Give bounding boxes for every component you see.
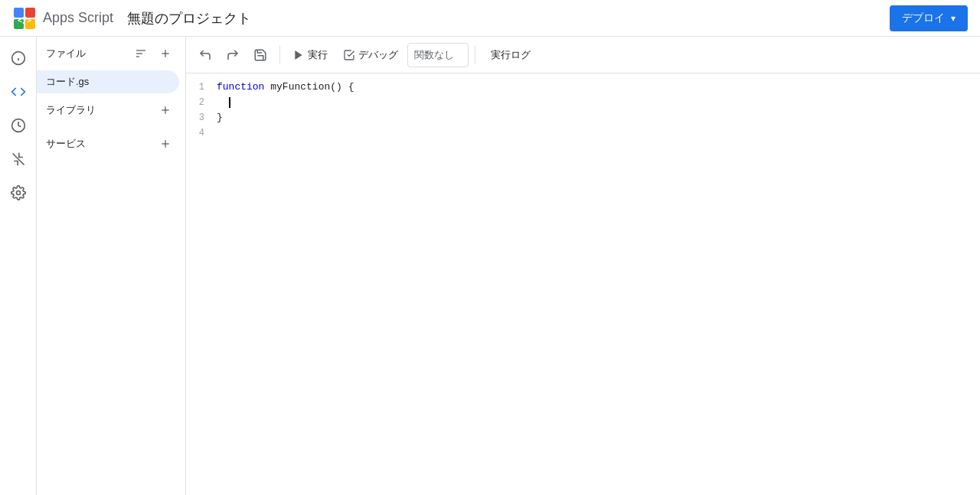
- line-number-2: 2: [186, 95, 217, 110]
- info-icon[interactable]: [3, 43, 34, 73]
- code-line-4: 4: [186, 125, 980, 141]
- function-label: 関数なし: [414, 48, 454, 62]
- code-editor[interactable]: 1 function myFunction() { 2 3 } 4: [186, 73, 980, 495]
- toolbar-separator-1: [279, 46, 280, 64]
- redo-button[interactable]: [220, 44, 246, 67]
- text-cursor: [229, 97, 230, 108]
- sidebar-files-header: ファイル: [37, 37, 185, 70]
- line-number-4: 4: [186, 125, 217, 141]
- debug-label: デバッグ: [358, 48, 398, 62]
- toolbar: 実行 デバッグ 関数なし 実行ログ: [186, 37, 980, 73]
- svg-text:</>: </>: [18, 16, 31, 24]
- exec-log-button[interactable]: 実行ログ: [482, 44, 540, 67]
- files-section-label: ファイル: [46, 47, 86, 60]
- debug-button[interactable]: デバッグ: [337, 44, 404, 67]
- code-line-1: 1 function myFunction() {: [186, 80, 980, 95]
- main-layout: ファイル コード.gs ライブラリ サービス: [0, 37, 980, 495]
- line-content-1: function myFunction() {: [217, 80, 980, 95]
- clock-icon[interactable]: [3, 110, 34, 141]
- line-content-2: [217, 95, 980, 110]
- run-button[interactable]: 実行: [286, 44, 334, 67]
- sidebar: ファイル コード.gs ライブラリ サービス: [37, 37, 186, 495]
- trigger-icon[interactable]: [3, 144, 34, 174]
- function-selector[interactable]: 関数なし: [407, 43, 469, 67]
- deploy-chevron-icon: ▾: [951, 13, 956, 24]
- header-left: </> Apps Script 無題のプロジェクト: [12, 6, 251, 31]
- svg-point-10: [16, 191, 20, 195]
- code-line-3: 3 }: [186, 110, 980, 125]
- sidebar-services-header: サービス: [37, 127, 185, 161]
- sidebar-libraries-header: ライブラリ: [37, 93, 185, 127]
- undo-button[interactable]: [192, 44, 218, 67]
- code-line-2: 2: [186, 95, 980, 110]
- app-name: Apps Script: [43, 10, 113, 26]
- run-label: 実行: [308, 48, 328, 62]
- logo-icon: </>: [12, 6, 37, 31]
- file-item-code[interactable]: コード.gs: [37, 70, 179, 93]
- content-area: 実行 デバッグ 関数なし 実行ログ 1 function myFunction(…: [186, 37, 980, 495]
- services-section-label: サービス: [46, 137, 86, 151]
- code-icon[interactable]: [3, 77, 34, 107]
- undo-redo-section: [192, 44, 273, 67]
- deploy-button[interactable]: デプロイ ▾: [890, 5, 968, 31]
- save-button[interactable]: [247, 44, 273, 67]
- settings-icon[interactable]: [3, 177, 34, 208]
- icon-rail: [0, 37, 37, 495]
- apps-script-logo: </> Apps Script: [12, 6, 113, 31]
- file-name: コード.gs: [46, 75, 89, 89]
- add-library-button[interactable]: [155, 99, 176, 121]
- libraries-section-label: ライブラリ: [46, 103, 96, 117]
- line-number-3: 3: [186, 110, 217, 125]
- header: </> Apps Script 無題のプロジェクト デプロイ ▾: [0, 0, 980, 37]
- sort-files-button[interactable]: [130, 43, 152, 64]
- project-name: 無題のプロジェクト: [127, 9, 251, 28]
- line-number-1: 1: [186, 80, 217, 95]
- line-content-3: }: [217, 110, 980, 125]
- add-file-button[interactable]: [155, 43, 176, 64]
- toolbar-separator-2: [475, 46, 475, 64]
- add-service-button[interactable]: [155, 133, 176, 155]
- exec-log-label: 実行ログ: [491, 49, 531, 60]
- svg-marker-20: [295, 50, 302, 60]
